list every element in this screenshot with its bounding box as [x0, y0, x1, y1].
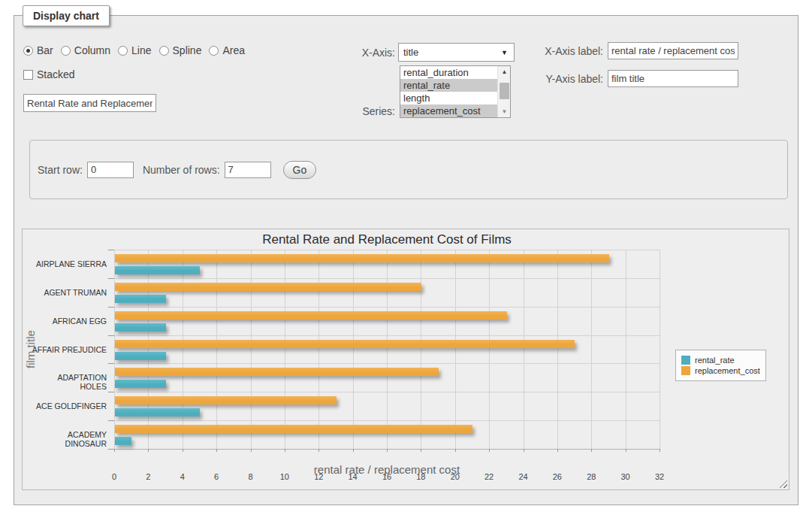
radio-icon[interactable] [61, 46, 71, 56]
gridline-horizontal [114, 420, 660, 421]
legend-swatch [681, 366, 690, 375]
x-tick [216, 449, 217, 452]
series-option-rental_rate[interactable]: rental_rate [400, 79, 510, 92]
row-range-box: Start row: Number of rows: Go [29, 140, 788, 199]
x-tick [524, 449, 524, 452]
x-tick [114, 449, 115, 452]
gridline-vertical [591, 250, 592, 449]
x-tick [591, 449, 592, 452]
x-tick [489, 449, 490, 452]
series-multiselect[interactable]: rental_durationrental_ratelengthreplacem… [400, 65, 511, 118]
radio-icon[interactable] [209, 46, 219, 56]
gridline-horizontal [114, 392, 660, 392]
x-tick [183, 449, 183, 452]
chart-type-radio-area[interactable]: Area [209, 44, 245, 56]
legend-label: rental_rate [695, 356, 735, 365]
x-tick [148, 449, 149, 452]
bar-replacement_cost [115, 425, 472, 433]
y-tick [108, 420, 114, 421]
scrollbar-thumb[interactable] [500, 83, 509, 99]
category-label: AGENT TRUMAN [32, 288, 107, 297]
gridline-vertical [148, 250, 149, 449]
bar-rental_rate [115, 380, 166, 388]
radio-label: Line [131, 44, 151, 56]
chart-type-radio-column[interactable]: Column [61, 44, 110, 56]
gridline-horizontal [114, 307, 660, 308]
x-tick [353, 449, 354, 452]
radio-icon[interactable] [23, 46, 33, 56]
stacked-checkbox[interactable] [23, 70, 33, 80]
series-option-rental_duration[interactable]: rental_duration [400, 66, 510, 79]
gridline-vertical [489, 250, 490, 449]
gridline-vertical [557, 250, 558, 449]
x-tick [387, 449, 388, 452]
chart-type-radio-line[interactable]: Line [118, 44, 151, 56]
gridline-horizontal [114, 335, 660, 336]
bar-rental_rate [115, 295, 166, 303]
display-chart-panel: Display chart BarColumnLineSplineArea St… [14, 15, 798, 505]
resize-handle-icon[interactable] [779, 480, 787, 488]
bar-rental_rate [115, 266, 200, 274]
radio-label: Area [222, 44, 245, 56]
x-axis-label-input[interactable] [608, 42, 738, 59]
series-option-replacement_cost[interactable]: replacement_cost [400, 105, 510, 117]
x-tick [660, 449, 660, 452]
y-axis-title: film title [24, 250, 39, 449]
x-axis-select[interactable]: title ▼ [398, 43, 515, 62]
scroll-up-icon[interactable]: ▲ [498, 66, 511, 77]
start-row-input[interactable] [87, 162, 134, 178]
gridline-vertical [660, 250, 660, 449]
chart-title-input[interactable] [23, 94, 156, 112]
radio-icon[interactable] [118, 46, 128, 56]
y-tick [108, 363, 114, 364]
gridline-vertical [455, 250, 456, 449]
y-tick [108, 335, 114, 336]
bar-replacement_cost [115, 396, 337, 404]
go-button[interactable]: Go [283, 161, 317, 179]
num-rows-input[interactable] [225, 162, 271, 178]
panel-title: Display chart [23, 5, 110, 26]
x-tick [318, 449, 319, 452]
x-tick [251, 449, 252, 452]
category-label: ACADEMY DINOSAUR [32, 430, 107, 448]
gridline-horizontal [114, 250, 660, 250]
gridline-vertical [318, 250, 319, 449]
series-option-length[interactable]: length [400, 92, 510, 105]
legend-item-rental_rate[interactable]: rental_rate [681, 356, 760, 365]
legend-item-replacement_cost[interactable]: replacement_cost [681, 366, 760, 375]
x-axis-select-label: X-Axis: [329, 47, 395, 59]
chart-type-radio-group: BarColumnLineSplineArea [23, 44, 252, 56]
stacked-label: Stacked [37, 68, 75, 80]
x-axis-label-label: X-Axis label: [540, 45, 603, 57]
x-tick [285, 449, 285, 452]
chart-container: Rental Rate and Replacement Cost of Film… [22, 229, 789, 490]
radio-icon[interactable] [159, 46, 169, 56]
bar-rental_rate [115, 408, 200, 417]
y-axis-label-input[interactable] [608, 70, 738, 87]
category-label: ADAPTATION HOLES [32, 373, 107, 391]
chart-type-radio-bar[interactable]: Bar [23, 44, 53, 56]
radio-label: Bar [37, 44, 53, 56]
gridline-vertical [421, 250, 421, 449]
x-axis-title: rental rate / replacement cost [114, 463, 660, 476]
listbox-scrollbar[interactable]: ▲ ▼ [497, 66, 510, 117]
gridline-vertical [183, 250, 183, 449]
y-tick [108, 307, 114, 308]
chart-legend: rental_ratereplacement_cost [675, 350, 766, 381]
chart-title: Rental Rate and Replacement Cost of Film… [114, 232, 660, 247]
radio-label: Column [74, 44, 110, 56]
gridline-vertical [251, 250, 252, 449]
num-rows-label: Number of rows: [143, 164, 220, 176]
stacked-checkbox-row[interactable]: Stacked [23, 68, 75, 80]
bar-replacement_cost [115, 368, 439, 376]
series-select-label: Series: [329, 105, 395, 117]
chart-type-radio-spline[interactable]: Spline [159, 44, 202, 56]
scroll-down-icon[interactable]: ▼ [498, 106, 511, 117]
gridline-vertical [216, 250, 217, 449]
chart-plot-area: 02468101214161820222426283032AIRPLANE SI… [114, 250, 660, 449]
bar-replacement_cost [115, 254, 609, 262]
y-tick [108, 449, 114, 450]
legend-swatch [681, 356, 690, 365]
bar-replacement_cost [115, 311, 507, 320]
chevron-down-icon: ▼ [501, 49, 508, 56]
